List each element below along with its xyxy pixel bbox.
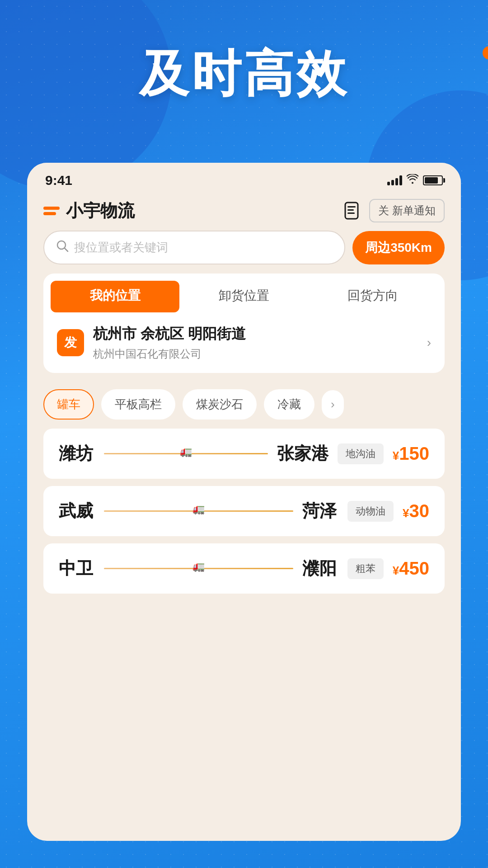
tab-unload-location[interactable]: 卸货位置 xyxy=(179,281,308,312)
svg-rect-2 xyxy=(347,209,354,211)
chip-coal[interactable]: 煤炭沙石 xyxy=(183,389,257,420)
tabs: 我的位置 卸货位置 回货方向 xyxy=(43,274,445,312)
location-main-text: 杭州市 余杭区 明阳街道 xyxy=(93,324,418,344)
hero-title-area: 及时高效 xyxy=(0,41,488,108)
search-placeholder-text: 搜位置或者关键词 xyxy=(74,240,168,255)
svg-rect-3 xyxy=(347,212,355,214)
search-bar[interactable]: 搜位置或者关键词 xyxy=(43,231,345,264)
route-tag-1: 地沟油 xyxy=(338,443,384,464)
route-price-2: ¥30 xyxy=(403,501,429,521)
route-tag-2: 动物油 xyxy=(347,501,394,522)
header-right: 关 新单通知 xyxy=(343,199,445,222)
status-bar: 9:41 xyxy=(27,163,461,193)
chip-flatbed[interactable]: 平板高栏 xyxy=(101,389,175,420)
route-tag-3: 粗苯 xyxy=(347,558,384,579)
location-info: 杭州市 余杭区 明阳街道 杭州中国石化有限公司 xyxy=(93,324,418,361)
chip-tank-car[interactable]: 罐车 xyxy=(43,389,94,420)
app-header: 小宇物流 关 新单通知 xyxy=(27,193,461,229)
location-badge: 发 xyxy=(57,329,84,356)
svg-rect-1 xyxy=(347,206,356,208)
app-card: 9:41 xyxy=(27,163,461,841)
hero-title-text: 及时高效 xyxy=(139,41,349,108)
location-card[interactable]: 发 杭州市 余杭区 明阳街道 杭州中国石化有限公司 › xyxy=(43,312,445,373)
route-from-1: 潍坊 xyxy=(59,442,95,465)
route-card-2[interactable]: 武威 🚛 菏泽 动物油 ¥30 xyxy=(43,486,445,536)
route-from-3: 中卫 xyxy=(59,557,95,580)
route-price-1: ¥150 xyxy=(393,443,429,464)
category-chips: 罐车 平板高栏 煤炭沙石 冷藏 › xyxy=(27,382,461,429)
status-time: 9:41 xyxy=(45,173,72,188)
route-to-2: 菏泽 xyxy=(302,500,338,523)
battery-icon xyxy=(423,175,443,185)
route-price-3: ¥450 xyxy=(393,558,429,579)
chip-more[interactable]: › xyxy=(322,390,344,419)
status-icons xyxy=(387,174,443,187)
route-to-3: 濮阳 xyxy=(302,557,338,580)
route-card-3[interactable]: 中卫 🚛 濮阳 粗苯 ¥450 xyxy=(43,543,445,594)
route-to-1: 张家港 xyxy=(277,442,328,465)
svg-line-5 xyxy=(65,248,68,251)
notification-button[interactable]: 关 新单通知 xyxy=(369,199,445,222)
chip-cold-storage[interactable]: 冷藏 xyxy=(264,389,314,420)
chevron-right-icon: › xyxy=(427,335,431,350)
route-from-2: 武威 xyxy=(59,500,95,523)
search-area: 搜位置或者关键词 周边350Km xyxy=(27,229,461,274)
logo-text: 小宇物流 xyxy=(66,199,135,222)
hero-orange-dot xyxy=(483,46,488,60)
route-arrow-2: 🚛 xyxy=(104,510,293,512)
route-cards: 潍坊 🚛 张家港 地沟油 ¥150 武威 🚛 菏泽 动物油 ¥30 xyxy=(27,429,461,594)
logo-icon xyxy=(43,207,60,215)
logo-area: 小宇物流 xyxy=(43,199,135,222)
tab-my-location[interactable]: 我的位置 xyxy=(51,281,179,312)
route-arrow-1: 🚛 xyxy=(104,453,268,454)
search-icon xyxy=(56,240,69,255)
route-arrow-3: 🚛 xyxy=(104,568,293,569)
tab-location-container: 我的位置 卸货位置 回货方向 发 杭州市 余杭区 明阳街道 杭州中国石化有限公司… xyxy=(43,274,445,373)
tab-return-direction[interactable]: 回货方向 xyxy=(309,281,437,312)
nearby-button[interactable]: 周边350Km xyxy=(352,231,445,264)
location-sub-text: 杭州中国石化有限公司 xyxy=(93,347,418,361)
route-card-1[interactable]: 潍坊 🚛 张家港 地沟油 ¥150 xyxy=(43,429,445,479)
signal-bars-icon xyxy=(387,175,402,185)
wifi-icon xyxy=(407,174,418,187)
document-icon[interactable] xyxy=(343,201,362,220)
